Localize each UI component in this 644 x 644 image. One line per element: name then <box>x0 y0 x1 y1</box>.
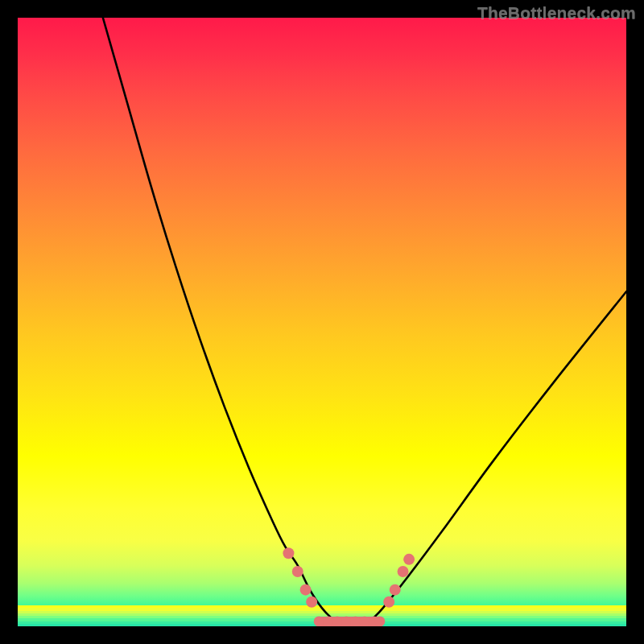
marker-dot <box>300 584 312 596</box>
marker-dot <box>306 597 317 608</box>
bottleneck-curve <box>103 18 626 626</box>
marker-dot <box>403 554 415 565</box>
marker-dot <box>398 566 409 577</box>
bottleneck-chart <box>18 18 626 626</box>
svg-point-3 <box>332 616 342 626</box>
marker-dot <box>383 597 394 608</box>
svg-point-6 <box>359 616 369 626</box>
optimal-flat-segment <box>314 616 386 626</box>
svg-point-4 <box>341 616 352 626</box>
svg-point-5 <box>350 616 361 626</box>
svg-point-1 <box>314 616 324 626</box>
marker-dot <box>283 547 294 559</box>
svg-point-8 <box>374 616 385 626</box>
marker-dot <box>390 584 401 596</box>
marker-dot <box>292 566 303 577</box>
svg-point-2 <box>323 616 333 626</box>
